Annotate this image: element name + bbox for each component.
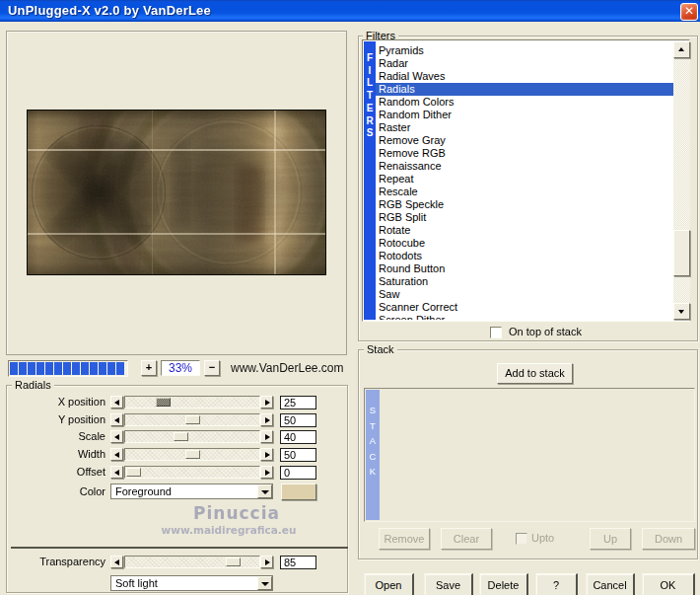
filter-list-item[interactable]: Screen Dither [376,314,673,320]
filter-list-item[interactable]: RGB Speckle [376,198,673,211]
x-position-increase-button[interactable] [260,396,273,409]
upto-checkbox[interactable] [516,533,527,545]
width-slider-track[interactable] [124,448,260,461]
offset-slider-track[interactable] [124,466,260,479]
foreground-color-swatch[interactable] [281,483,316,500]
scale-increase-button[interactable] [260,430,273,443]
filter-list-item[interactable]: Random Dither [376,109,673,121]
filter-list-item[interactable]: Renaissance [376,160,673,173]
offset-slider-thumb[interactable] [126,468,141,477]
preview-texture [28,111,325,274]
transparency-slider-track[interactable] [124,556,260,568]
preview-image[interactable] [27,110,326,275]
filter-list-item[interactable]: Repeat [376,173,673,186]
help-button[interactable]: ? [535,573,578,595]
window-title: UnPlugged-X v2.0 by VanDerLee [8,3,211,18]
offset-increase-button[interactable] [260,466,273,479]
transparency-decrease-button[interactable] [110,556,123,568]
add-to-stack-button[interactable]: Add to stack [497,363,573,384]
x-position-value[interactable]: 25 [280,396,316,409]
x-position-slider-thumb[interactable] [156,398,171,407]
filter-list-item[interactable]: Raster [376,121,673,134]
offset-value[interactable]: 0 [280,466,316,480]
down-button[interactable]: Down [642,528,695,550]
x-position-label: X position [0,396,105,409]
on-top-of-stack-checkbox[interactable] [490,327,502,338]
zoom-level-field[interactable]: 33% [161,360,200,376]
remove-button[interactable]: Remove [379,528,430,550]
transparency-increase-button[interactable] [260,556,273,568]
strip-letter: T [366,418,380,434]
filter-list-item[interactable]: Remove RGB [376,147,673,160]
filter-list-item[interactable]: RGB Split [376,211,673,224]
filter-list-item[interactable]: Radar [376,57,673,70]
x-position-decrease-button[interactable] [110,396,123,409]
filter-list-item[interactable]: Rescale [376,186,673,198]
strip-letter: C [366,449,380,465]
color-combobox[interactable]: Foreground [110,483,273,499]
strip-letter: L [364,77,376,90]
cancel-button[interactable]: Cancel [586,573,635,595]
transparency-value[interactable]: 85 [280,556,316,569]
arrow-left-icon [114,559,119,565]
blend-mode-combobox[interactable]: Soft light [110,575,273,591]
up-button[interactable]: Up [590,528,631,550]
width-increase-button[interactable] [260,448,273,461]
offset-label: Offset [0,466,105,479]
scale-decrease-button[interactable] [110,430,123,443]
arrow-right-icon [265,417,270,423]
arrow-left-icon [114,434,119,440]
filter-list-item[interactable]: Saw [376,288,673,301]
scale-slider-thumb[interactable] [174,432,188,441]
delete-button[interactable]: Delete [479,573,528,595]
close-button[interactable]: ✕ [680,3,698,21]
width-slider-thumb[interactable] [185,450,200,459]
filter-list-item[interactable]: Remove Gray [376,134,673,147]
blend-mode-dropdown-button[interactable] [257,576,272,590]
filter-list-item[interactable]: Rotodots [376,250,673,262]
zoom-in-button[interactable]: + [141,360,157,376]
width-label: Width [0,448,105,461]
progress-segment [90,362,98,375]
y-position-slider-track[interactable] [124,413,260,426]
watermark-name: Pinuccia [118,503,355,523]
scale-value[interactable]: 40 [280,430,316,444]
transparency-slider-thumb[interactable] [226,558,241,566]
y-position-value[interactable]: 50 [280,413,316,427]
filter-list-item[interactable]: Rotate [376,224,673,237]
chevron-down-icon [261,582,269,586]
filter-list-item[interactable]: Radial Waves [376,70,673,83]
progress-segment [54,362,62,375]
filter-list-item[interactable]: Saturation [376,275,673,288]
y-position-increase-button[interactable] [260,413,273,426]
scale-label: Scale [0,430,105,443]
x-position-slider-track[interactable] [124,396,260,409]
stack-group-label: Stack [364,343,397,355]
scrollbar-thumb[interactable] [673,230,690,276]
filter-list-item[interactable]: Radials [376,83,673,96]
width-value[interactable]: 50 [280,448,316,462]
strip-letter: I [364,65,376,78]
filter-list-item[interactable]: Rotocube [376,237,673,250]
filter-list-item[interactable]: Round Button [376,262,673,275]
width-decrease-button[interactable] [110,448,123,461]
filters-scrollbar[interactable] [673,41,690,320]
scroll-down-button[interactable] [673,303,690,320]
scale-slider-track[interactable] [124,430,260,443]
scroll-up-button[interactable] [673,41,690,58]
save-button[interactable]: Save [424,573,473,595]
y-position-slider-thumb[interactable] [185,415,200,424]
filter-list-item[interactable]: Pyramids [376,44,673,57]
progress-segment [63,362,71,375]
offset-decrease-button[interactable] [110,466,123,479]
clear-button[interactable]: Clear [441,528,492,550]
color-combobox-dropdown-button[interactable] [257,484,272,498]
zoom-out-button[interactable]: − [204,360,220,376]
filter-list-item[interactable]: Random Colors [376,96,673,109]
filter-list-item[interactable]: Scanner Correct [376,301,673,314]
ok-button[interactable]: OK [642,573,695,595]
vendor-url-text: www.VanDerLee.com [231,361,344,375]
open-button[interactable]: Open [364,573,414,595]
titlebar[interactable]: UnPlugged-X v2.0 by VanDerLee ✕ [0,0,700,22]
y-position-decrease-button[interactable] [110,413,123,426]
